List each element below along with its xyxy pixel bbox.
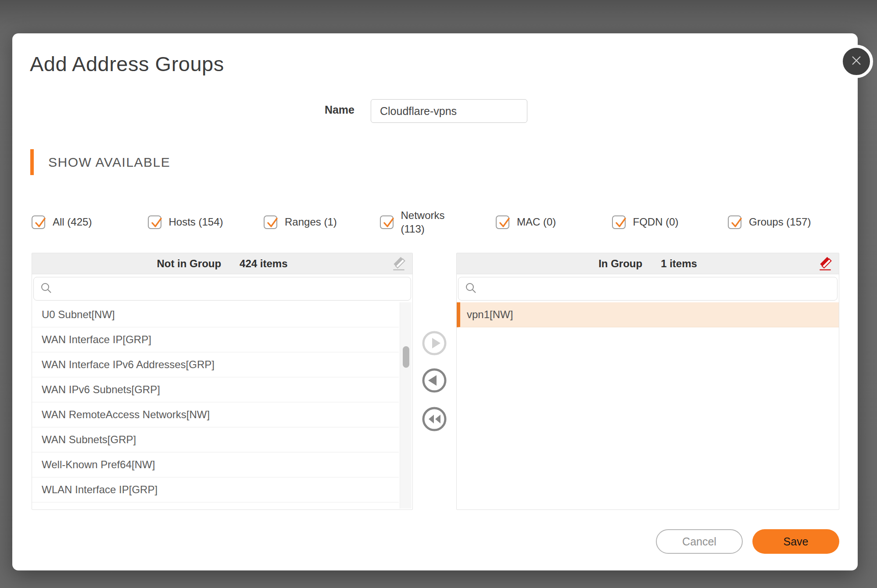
list-item[interactable]: U0 Subnet[NW]	[32, 302, 399, 327]
section-accent-bar	[30, 149, 34, 175]
list-item[interactable]: WLAN Interface IP[GRP]	[32, 477, 399, 502]
checkbox-checked-icon[interactable]	[380, 215, 394, 229]
list-item[interactable]: WAN IPv6 Subnets[GRP]	[32, 377, 399, 402]
cancel-button[interactable]: Cancel	[656, 529, 743, 554]
filter-label: Groups (157)	[749, 215, 811, 229]
checkbox-checked-icon[interactable]	[728, 215, 741, 229]
search-input[interactable]	[481, 277, 837, 300]
panel-title: In Group	[598, 258, 642, 270]
panel-item-count: 1 items	[661, 258, 697, 270]
list-item[interactable]: Well-Known Pref64[NW]	[32, 452, 399, 477]
in-group-header: In Group 1 items	[457, 253, 839, 274]
filter-mac[interactable]: MAC (0)	[496, 201, 612, 243]
filter-label: All (425)	[53, 215, 92, 229]
filter-networks[interactable]: Networks (113)	[380, 201, 496, 243]
section-title: SHOW AVAILABLE	[48, 149, 170, 175]
filter-all[interactable]: All (425)	[32, 201, 148, 243]
in-group-search[interactable]	[458, 277, 838, 301]
filter-label: Ranges (1)	[285, 215, 337, 229]
move-right-button[interactable]	[422, 330, 447, 356]
list-item[interactable]: WAN Interface IP[GRP]	[32, 327, 399, 352]
checkbox-checked-icon[interactable]	[612, 215, 626, 229]
filter-ranges[interactable]: Ranges (1)	[264, 201, 380, 243]
search-icon	[465, 282, 477, 296]
filter-hosts[interactable]: Hosts (154)	[148, 201, 264, 243]
panel-title: Not in Group	[157, 258, 221, 270]
list-item-selected[interactable]: vpn1[NW]	[457, 302, 839, 327]
in-group-panel: In Group 1 items	[456, 253, 839, 510]
clear-selection-eraser-icon[interactable]	[390, 256, 407, 272]
filter-label: FQDN (0)	[633, 215, 679, 229]
list-item[interactable]: WAN RemoteAccess Networks[NW]	[32, 402, 399, 427]
checkbox-checked-icon[interactable]	[264, 215, 277, 229]
move-all-left-button[interactable]	[422, 406, 447, 432]
checkbox-checked-icon[interactable]	[148, 215, 161, 229]
not-in-group-list: U0 Subnet[NW] WAN Interface IP[GRP] WAN …	[32, 302, 399, 509]
filter-groups[interactable]: Groups (157)	[728, 201, 844, 243]
dialog-title: Add Address Groups	[30, 52, 224, 76]
search-icon	[40, 282, 52, 296]
scrollbar-thumb[interactable]	[403, 346, 409, 368]
not-in-group-search[interactable]	[33, 277, 411, 301]
panel-item-count: 424 items	[240, 258, 287, 270]
save-button[interactable]: Save	[752, 529, 839, 554]
close-button[interactable]	[840, 45, 873, 78]
in-group-list: vpn1[NW]	[457, 302, 839, 509]
not-in-group-header: Not in Group 424 items	[32, 253, 412, 274]
checkbox-checked-icon[interactable]	[32, 215, 45, 229]
search-input[interactable]	[57, 277, 411, 300]
filter-label: Networks (113)	[401, 208, 453, 236]
checkbox-checked-icon[interactable]	[496, 215, 509, 229]
close-icon	[849, 54, 863, 69]
scrollbar-track[interactable]	[400, 302, 412, 509]
add-address-groups-dialog: Add Address Groups Name SHOW AVAILABLE A…	[12, 33, 858, 570]
name-label: Name	[276, 104, 354, 116]
filter-label: MAC (0)	[517, 215, 556, 229]
name-input[interactable]	[371, 99, 527, 123]
filter-fqdn[interactable]: FQDN (0)	[612, 201, 728, 243]
clear-group-eraser-icon[interactable]	[817, 256, 834, 272]
move-left-button[interactable]	[422, 368, 447, 393]
list-item[interactable]: WAN Subnets[GRP]	[32, 427, 399, 452]
list-item[interactable]: WAN Interface IPv6 Addresses[GRP]	[32, 352, 399, 377]
filter-checkbox-row: All (425) Hosts (154) Ranges (1) Network…	[32, 201, 846, 243]
filter-label: Hosts (154)	[169, 215, 223, 229]
not-in-group-panel: Not in Group 424 items	[32, 253, 413, 510]
